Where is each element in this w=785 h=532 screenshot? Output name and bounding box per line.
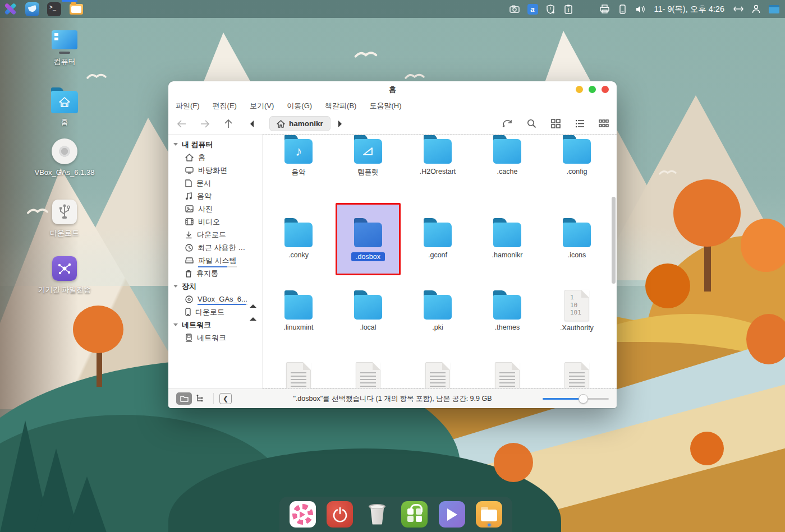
eject-button[interactable] bbox=[250, 296, 256, 302]
zoom-slider[interactable] bbox=[543, 398, 609, 400]
sidebar-item-downloads[interactable]: 다운로드 bbox=[168, 228, 262, 241]
security-shield-tray-icon[interactable]: ! bbox=[545, 4, 556, 15]
sidebar-section-network[interactable]: 네트워크 bbox=[168, 318, 262, 331]
menu-file[interactable]: 파일(F) bbox=[176, 101, 200, 111]
dock-trash-icon[interactable] bbox=[364, 501, 391, 528]
file-item-document[interactable] bbox=[333, 348, 403, 388]
reload-button[interactable] bbox=[501, 118, 513, 130]
desktop-icon-computer[interactable]: 컴퓨터 bbox=[35, 30, 94, 67]
maximize-button[interactable] bbox=[589, 86, 596, 93]
vertical-scrollbar[interactable] bbox=[612, 197, 616, 284]
list-view-button[interactable] bbox=[573, 118, 586, 130]
file-item-music[interactable]: ♪ 음악 bbox=[264, 135, 333, 203]
app-indicator-tray-icon[interactable] bbox=[581, 4, 592, 15]
file-name: .H2Orestart bbox=[420, 168, 456, 175]
breadcrumb[interactable]: hamonikr bbox=[269, 116, 330, 131]
file-item-dosbox-selected[interactable]: .dosbox bbox=[336, 203, 401, 275]
orange-bush bbox=[494, 443, 533, 482]
download-icon bbox=[185, 231, 192, 239]
menu-help[interactable]: 도움말(H) bbox=[369, 101, 401, 111]
screenshot-tray-icon[interactable] bbox=[509, 4, 520, 15]
menu-go[interactable]: 이동(G) bbox=[287, 101, 312, 111]
sidebar-item-recent[interactable]: 최근 사용한 … bbox=[168, 241, 262, 254]
file-item-h2orestart[interactable]: .H2Orestart bbox=[403, 135, 472, 203]
zoom-slider-handle[interactable] bbox=[579, 394, 588, 404]
browser-icon[interactable] bbox=[25, 2, 39, 16]
icon-view-button[interactable] bbox=[549, 118, 562, 130]
user-icon[interactable] bbox=[751, 4, 761, 15]
binary-glyph-line: 10 bbox=[570, 302, 589, 309]
sidebar-item-filesystem[interactable]: 파일 시스템 bbox=[168, 254, 262, 267]
minimize-button[interactable] bbox=[576, 86, 583, 93]
sidebar-section-devices[interactable]: 장치 bbox=[168, 280, 262, 293]
file-view[interactable]: ♪ 음악 템플릿 .H2Orestart .cache .confi bbox=[263, 135, 617, 388]
eject-button[interactable] bbox=[250, 309, 256, 315]
file-item-linuxmint[interactable]: .linuxmint bbox=[264, 275, 333, 348]
dock-file-manager-icon[interactable] bbox=[476, 501, 502, 528]
file-manager-task-icon[interactable] bbox=[69, 2, 83, 16]
show-desktop-button[interactable] bbox=[769, 5, 779, 13]
dock-software-manager-icon[interactable] bbox=[401, 501, 428, 528]
search-button[interactable] bbox=[525, 118, 538, 130]
file-item-document[interactable] bbox=[542, 348, 612, 388]
compact-view-button[interactable] bbox=[598, 118, 610, 130]
file-item-cache[interactable]: .cache bbox=[472, 135, 542, 203]
removable-device-tray-icon[interactable] bbox=[617, 4, 628, 15]
forward-button[interactable] bbox=[199, 118, 211, 130]
desktop-icon-home[interactable]: 홈 bbox=[35, 87, 94, 127]
desktop-icon-file-transfer[interactable]: 기기간 파일전송 bbox=[35, 256, 94, 295]
templates-emblem bbox=[362, 147, 374, 156]
dock-shutdown-icon[interactable] bbox=[327, 501, 353, 528]
sidebar-item-vbox-cd[interactable]: VBox_GAs_6... bbox=[168, 293, 262, 306]
sidebar-item-usb-downloads[interactable]: 다운로드 bbox=[168, 306, 262, 318]
file-item-gconf[interactable]: .gconf bbox=[403, 203, 472, 275]
back-button[interactable] bbox=[175, 118, 187, 130]
clock[interactable]: 11- 9(목), 오후 4:26 bbox=[654, 4, 724, 15]
file-name: .hamonikr bbox=[492, 251, 523, 259]
file-item-document[interactable] bbox=[472, 348, 542, 388]
volume-tray-icon[interactable] bbox=[635, 4, 646, 15]
close-button[interactable] bbox=[602, 86, 609, 93]
file-item-document[interactable] bbox=[264, 348, 333, 388]
file-item-themes[interactable]: .themes bbox=[472, 275, 542, 348]
file-item-icons[interactable]: .icons bbox=[542, 203, 612, 275]
file-item-conky[interactable]: .conky bbox=[264, 203, 333, 275]
terminal-icon[interactable]: >_ bbox=[47, 2, 61, 16]
music-emblem: ♪ bbox=[295, 145, 302, 158]
sidebar-item-videos[interactable]: 비디오 bbox=[168, 215, 262, 228]
resize-arrows-icon[interactable] bbox=[733, 4, 743, 15]
sidebar-item-trash[interactable]: 휴지통 bbox=[168, 267, 262, 280]
input-method-tray-icon[interactable]: a bbox=[527, 4, 538, 15]
dock-video-player-icon[interactable] bbox=[439, 501, 465, 528]
file-item-local[interactable]: .local bbox=[333, 275, 403, 348]
up-button[interactable] bbox=[222, 118, 235, 130]
sidebar-item-documents[interactable]: 문서 bbox=[168, 177, 262, 189]
sidebar-item-music[interactable]: 음악 bbox=[168, 189, 262, 202]
desktop-icon-vbox-cd[interactable]: VBox_GAs_6.1.38 bbox=[35, 138, 94, 177]
menu-edit[interactable]: 편집(E) bbox=[213, 101, 237, 111]
menu-view[interactable]: 보기(V) bbox=[250, 101, 274, 111]
file-item-hamonikr[interactable]: .hamonikr bbox=[472, 203, 542, 275]
sidebar-item-desktop[interactable]: 바탕화면 bbox=[168, 164, 262, 177]
breadcrumb-left-chevron[interactable] bbox=[246, 118, 258, 130]
file-item-document[interactable] bbox=[403, 348, 472, 388]
sidebar-item-label: 최근 사용한 … bbox=[198, 243, 245, 253]
sidebar-item-label: 홈 bbox=[198, 152, 205, 163]
clipboard-tray-icon[interactable]: ! bbox=[563, 4, 574, 15]
titlebar[interactable]: 홈 bbox=[168, 81, 617, 98]
file-item-templates[interactable]: 템플릿 bbox=[333, 135, 403, 203]
file-item-xauthority[interactable]: 1 10 101 .Xauthority bbox=[542, 275, 612, 348]
file-item-pki[interactable]: .pki bbox=[403, 275, 472, 348]
sidebar-item-home[interactable]: 홈 bbox=[168, 151, 262, 164]
sidebar-item-network[interactable]: 네트워크 bbox=[168, 331, 262, 344]
hamonikr-menu-icon[interactable] bbox=[3, 2, 17, 16]
printer-tray-icon[interactable] bbox=[599, 4, 610, 15]
sidebar-item-pictures[interactable]: 사진 bbox=[168, 202, 262, 215]
file-item-config[interactable]: .config bbox=[542, 135, 612, 203]
breadcrumb-right-chevron[interactable] bbox=[334, 118, 346, 130]
dock-media-player-icon[interactable] bbox=[290, 501, 316, 528]
sidebar-item-label: 네트워크 bbox=[197, 333, 226, 343]
sidebar-section-computer[interactable]: 내 컴퓨터 bbox=[168, 138, 262, 151]
desktop-icon-downloads-usb[interactable]: 다운로드 bbox=[35, 200, 94, 238]
menu-bookmarks[interactable]: 책갈피(B) bbox=[325, 101, 356, 111]
